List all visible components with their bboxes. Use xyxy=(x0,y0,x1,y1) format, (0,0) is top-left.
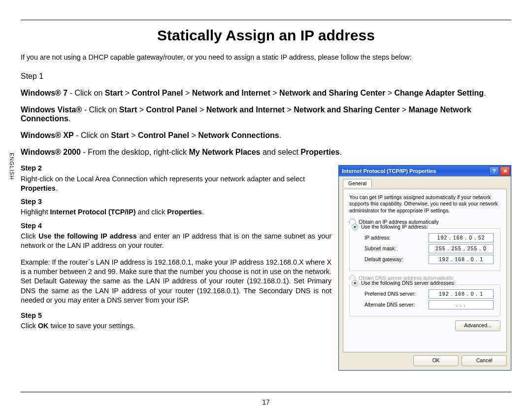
radio-use-dns-label: Use the following DNS server addresses: xyxy=(361,280,455,286)
step4-text: Click Use the following IP address and e… xyxy=(21,232,332,251)
advanced-button[interactable]: Advanced... xyxy=(455,320,500,331)
step1-block: Step 1 Windows® 7 - Click on Start > Con… xyxy=(21,72,511,157)
step1-label: Step 1 xyxy=(21,72,511,81)
os-2000: Windows® 2000 xyxy=(21,148,81,156)
label-preferred-dns: Preferred DNS server: xyxy=(365,291,429,297)
label-alternate-dns: Alternate DNS server: xyxy=(365,302,429,308)
radio-use-ip-row[interactable]: Use the following IP address: xyxy=(350,224,430,230)
label-default-gateway: Default gateway: xyxy=(365,256,429,262)
intro-text: If you are not using a DHCP capable gate… xyxy=(21,53,511,62)
step5-label: Step 5 xyxy=(21,311,332,320)
step4-example: Example: If the router´s LAN IP address … xyxy=(21,258,332,305)
label-ip-address: IP address: xyxy=(365,235,429,240)
instructions-column: Step 2 Right-click on the Local Area Con… xyxy=(21,164,332,371)
os-win7: Windows® 7 xyxy=(21,89,67,97)
input-alternate-dns[interactable]: . . . xyxy=(429,300,494,309)
cancel-button[interactable]: Cancel xyxy=(462,355,507,366)
dns-group: Use the following DNS server addresses: … xyxy=(349,284,500,316)
ok-button[interactable]: OK xyxy=(413,355,459,366)
step3-label: Step 3 xyxy=(21,197,332,206)
input-ip-address[interactable]: 192 . 168 . 0 . 52 xyxy=(429,233,494,242)
radio-icon xyxy=(352,280,358,286)
top-rule xyxy=(21,20,511,20)
input-preferred-dns[interactable]: 192 . 168 . 0 . 1 xyxy=(429,289,494,299)
help-icon: ? xyxy=(493,168,496,174)
ip-group: Use the following IP address: IP address… xyxy=(349,228,500,271)
radio-icon xyxy=(352,224,358,230)
radio-use-ip-label: Use the following IP address: xyxy=(361,224,428,230)
os-xp: Windows® XP xyxy=(21,131,74,139)
close-button[interactable]: ✕ xyxy=(500,167,510,176)
help-button[interactable]: ? xyxy=(489,167,499,176)
dialog-description: You can get IP settings assigned automat… xyxy=(349,194,500,213)
dialog-title: Internet Protocol (TCP/IP) Properties xyxy=(342,168,436,174)
page-title: Statically Assign an IP address xyxy=(21,27,511,44)
step1-xp: Windows® XP - Click on Start > Control P… xyxy=(21,131,511,140)
tcpip-properties-dialog: Internet Protocol (TCP/IP) Properties ? … xyxy=(338,165,511,371)
close-icon: ✕ xyxy=(503,168,507,174)
os-vista: Windows Vista® xyxy=(21,105,82,114)
step5-text: Click OK twice to save your settings. xyxy=(21,321,332,331)
step2-text: Right-click on the Local Area Connection… xyxy=(21,174,332,194)
page-number: 17 xyxy=(0,398,532,406)
input-default-gateway[interactable]: 192 . 168 . 0 . 1 xyxy=(429,255,494,264)
step1-vista: Windows Vista® - Click on Start > Contro… xyxy=(21,105,511,123)
input-subnet-mask[interactable]: 255 . 255 . 255 . 0 xyxy=(429,244,494,253)
tab-general[interactable]: General xyxy=(343,179,372,187)
dialog-titlebar[interactable]: Internet Protocol (TCP/IP) Properties ? … xyxy=(339,166,511,176)
radio-use-dns-row[interactable]: Use the following DNS server addresses: xyxy=(350,280,457,286)
label-subnet-mask: Subnet mask: xyxy=(365,245,429,251)
bottom-rule xyxy=(21,392,511,392)
language-label: ENGLISH xyxy=(9,153,15,180)
step3-text: Highlight Internet Protocol (TCP/IP) and… xyxy=(21,207,332,217)
step1-win7: Windows® 7 - Click on Start > Control Pa… xyxy=(21,89,511,98)
step1-2000: Windows® 2000 - From the desktop, right-… xyxy=(21,148,511,157)
step4-label: Step 4 xyxy=(21,221,332,231)
step2-label: Step 2 xyxy=(21,164,332,173)
